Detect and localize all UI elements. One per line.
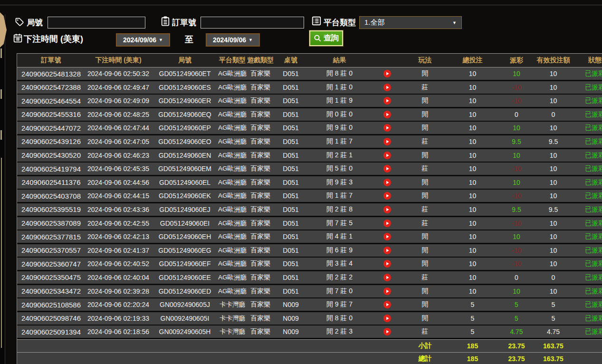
bet-time: 2024-09-06 02:40:04	[85, 274, 152, 281]
game-no-input[interactable]	[48, 17, 145, 29]
result-text: 閒 9 莊 0	[307, 124, 372, 132]
play-video-icon[interactable]	[383, 301, 391, 308]
search-button[interactable]: 查詢	[309, 30, 343, 46]
game-number: GD051249060EM	[152, 165, 218, 172]
bet-time: 2024-09-06 02:43:36	[85, 206, 152, 213]
payout: 10	[497, 152, 535, 159]
play-video-icon[interactable]	[383, 138, 391, 145]
play-video-icon[interactable]	[383, 315, 391, 322]
total-bet: 10	[448, 84, 497, 91]
bet-time: 2024-09-06 02:49:47	[85, 84, 152, 91]
payout: 10	[497, 124, 535, 132]
play-video-icon[interactable]	[383, 84, 391, 91]
order-number: 240906025098746	[17, 314, 85, 322]
platform-type: AG歐洲廳	[218, 96, 247, 105]
order-number: 240906025350475	[17, 273, 85, 281]
platform-type: AG歐洲廳	[218, 110, 247, 119]
order-number: 240906025419794	[17, 165, 85, 173]
payout: 10	[497, 233, 535, 240]
video-cell	[372, 328, 402, 335]
play-video-icon[interactable]	[383, 220, 391, 227]
play-video-icon[interactable]	[383, 206, 391, 213]
clipboard-icon	[161, 16, 170, 27]
platform-type: AG歐洲廳	[218, 69, 247, 78]
subtotal-valid: 163.75	[535, 342, 571, 350]
status-badge: 已派彩	[571, 164, 602, 173]
status-badge: 已派彩	[571, 219, 602, 228]
header-total-bet: 總投注	[448, 56, 497, 65]
total-bet: 5	[448, 328, 497, 335]
bet-side: 閒	[402, 232, 448, 241]
payout: -10	[497, 220, 535, 227]
total-bet: 10	[448, 138, 497, 145]
to-label: 至	[185, 34, 193, 45]
play-video-icon[interactable]	[383, 192, 391, 200]
video-cell	[372, 84, 402, 91]
table-row: 240906025343472 2024-09-06 02:39:28 GD05…	[17, 285, 602, 297]
order-number: 240906025472388	[17, 83, 85, 91]
video-cell	[372, 152, 402, 159]
table-number: D051	[274, 152, 307, 159]
bet-time: 2024-09-06 02:41:37	[85, 247, 152, 254]
platform-type: AG歐洲廳	[218, 164, 247, 173]
game-type: 百家樂	[247, 178, 274, 187]
payout: 0	[497, 111, 535, 118]
valid-bet: 10	[535, 192, 571, 200]
bet-side: 閒	[402, 259, 448, 268]
sidebar-expand-tab[interactable]	[0, 12, 7, 48]
table-number: N009	[274, 301, 307, 308]
total-bet: 10	[448, 247, 497, 254]
play-video-icon[interactable]	[383, 179, 391, 186]
play-video-icon[interactable]	[383, 165, 391, 172]
bet-side: 莊	[402, 164, 448, 173]
payout: 10	[497, 179, 535, 186]
table-row: 240906025377815 2024-09-06 02:42:13 GD05…	[17, 230, 602, 243]
payout: 4.75	[497, 328, 535, 335]
valid-bet: 10	[535, 233, 571, 240]
platform-type: 卡卡灣廳	[218, 327, 247, 336]
game-type: 百家樂	[247, 259, 274, 268]
play-video-icon[interactable]	[383, 233, 391, 240]
table-row: 240906025419794 2024-09-06 02:45:35 GD05…	[17, 163, 602, 175]
game-type: 百家樂	[247, 124, 274, 132]
video-cell	[372, 165, 402, 172]
bet-time: 2024-09-06 02:50:32	[85, 70, 152, 77]
play-video-icon[interactable]	[383, 328, 391, 335]
game-number: GD051249060EN	[152, 152, 218, 159]
platform-type: AG歐洲廳	[218, 219, 247, 228]
play-video-icon[interactable]	[383, 152, 391, 159]
play-video-icon[interactable]	[383, 287, 391, 295]
result-text: 閒 7 莊 0	[307, 287, 372, 296]
order-number: 240906025395519	[17, 205, 85, 213]
game-number: GD051249060EO	[152, 138, 218, 145]
platform-type-select[interactable]: 1.全部 ▼	[359, 16, 462, 29]
bet-time: 2024-09-06 02:44:56	[85, 179, 152, 186]
play-video-icon[interactable]	[383, 247, 391, 254]
play-video-icon[interactable]	[383, 260, 391, 268]
play-video-icon[interactable]	[383, 70, 391, 77]
date-to-select[interactable]: 2024/09/06 ▼	[206, 33, 260, 47]
video-cell	[372, 111, 402, 118]
header-order: 訂單號	[17, 56, 85, 65]
play-video-icon[interactable]	[383, 111, 391, 118]
video-cell	[372, 220, 402, 227]
play-video-icon[interactable]	[383, 97, 391, 105]
bets-table: 訂單號 下注時間 (美東) 局號 平台類型 遊戲類型 桌號 結果 玩法 總投注 …	[17, 53, 602, 364]
video-cell	[372, 301, 402, 308]
valid-bet: 5	[535, 301, 571, 308]
status-badge: 已派彩	[571, 96, 602, 105]
order-no-input[interactable]	[201, 17, 304, 29]
header-time: 下注時間 (美東)	[85, 56, 152, 65]
game-number: GD051249060EH	[152, 233, 218, 240]
status-badge: 已派彩	[571, 327, 602, 336]
play-video-icon[interactable]	[383, 274, 391, 281]
bet-side: 閒	[402, 69, 448, 78]
total-bet: 10	[448, 274, 497, 281]
result-text: 閒 2 莊 2	[307, 273, 372, 282]
video-cell	[372, 206, 402, 213]
result-text: 閒 1 莊 0	[307, 83, 372, 92]
total-bet: 10	[448, 260, 497, 268]
date-from-select[interactable]: 2024/09/06 ▼	[116, 33, 170, 47]
play-video-icon[interactable]	[383, 124, 391, 132]
bet-time: 2024-09-06 02:40:52	[85, 260, 152, 268]
